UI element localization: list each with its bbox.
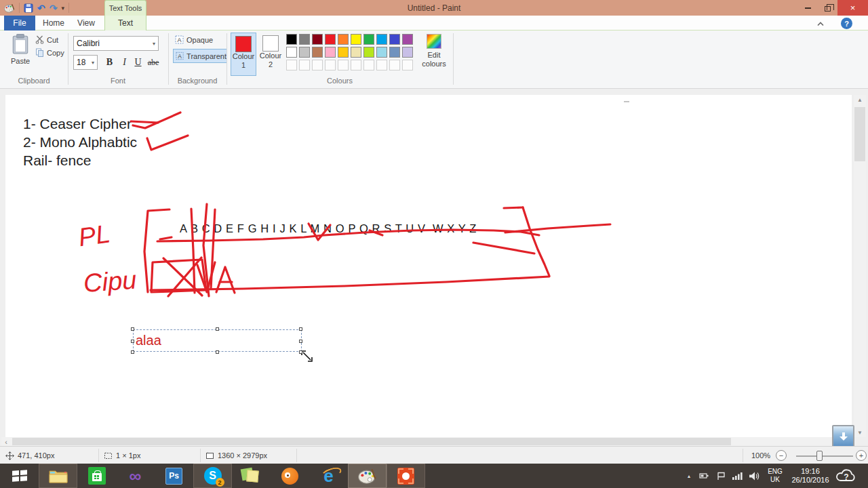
taskbar-item-internet-explorer[interactable]: e [309,464,348,488]
palette-swatch[interactable] [389,34,400,45]
zoom-in-button[interactable]: + [856,447,867,464]
taskbar-item-file-explorer[interactable] [39,464,77,488]
redo-icon[interactable]: ↷ [50,3,58,13]
underline-button[interactable]: U [132,56,144,69]
palette-swatch[interactable] [363,47,374,58]
opaque-button[interactable]: A Opaque [175,35,213,44]
palette-swatch-empty[interactable] [312,60,323,70]
bold-button[interactable]: B [103,56,116,69]
save-icon[interactable] [24,3,33,13]
tray-power-icon[interactable] [697,464,712,488]
tray-volume-icon[interactable] [746,464,762,488]
taskbar-item-store[interactable] [77,464,116,488]
palette-swatch[interactable] [376,34,387,45]
palette-swatch[interactable] [338,34,349,45]
palette-swatch[interactable] [299,34,310,45]
help-button[interactable]: ? [841,18,852,29]
zoom-slider-track[interactable] [796,455,853,457]
palette-swatch-empty[interactable] [351,60,361,70]
taskbar-item-avast[interactable] [271,464,309,488]
tray-expand-button[interactable]: ▲ [682,464,696,488]
vertical-scrollbar-thumb[interactable] [854,107,865,161]
italic-button[interactable]: I [118,56,131,69]
strikethrough-button[interactable]: abe [144,56,163,69]
minimize-button[interactable] [798,0,818,16]
palette-swatch[interactable] [376,47,387,58]
palette-swatch[interactable] [402,34,413,45]
close-button[interactable]: × [837,0,868,16]
palette-swatch-empty[interactable] [299,60,310,70]
taskbar-item-photoshop[interactable]: Ps [155,464,193,488]
taskbar-item-skype[interactable]: S 2 [193,464,232,488]
taskbar-item-screen-recorder[interactable] [387,464,425,488]
resize-handle-top-middle[interactable] [216,327,219,331]
palette-swatch-empty[interactable] [402,60,413,70]
taskbar-item-sticky-notes[interactable] [232,464,271,488]
palette-swatch-empty[interactable] [376,60,387,70]
tab-file[interactable]: File [4,16,35,30]
start-button[interactable] [0,464,39,488]
scroll-left-button[interactable]: ‹ [1,437,11,446]
cut-button[interactable]: Cut [35,35,58,44]
resize-handle-bottom-right[interactable] [299,350,302,354]
edit-colours-button[interactable]: Edit colours [418,33,450,68]
zoom-out-button[interactable]: − [776,447,787,464]
scroll-up-button[interactable]: ▲ [854,95,866,104]
palette-swatch[interactable] [299,47,310,58]
restore-button[interactable] [818,0,837,16]
horizontal-scrollbar[interactable]: ‹ › [1,437,852,446]
palette-swatch-empty[interactable] [286,60,297,70]
font-family-select[interactable]: Calibri ▾ [73,36,159,51]
palette-swatch[interactable] [351,47,361,58]
transparent-button[interactable]: A Transparent [173,49,227,63]
palette-swatch[interactable] [286,47,297,58]
collapse-ribbon-button[interactable] [815,19,826,28]
resize-handle-bottom-middle[interactable] [216,350,219,354]
palette-swatch[interactable] [402,47,413,58]
colour2-button[interactable]: Colour 2 [258,33,283,76]
qat-dropdown-icon[interactable]: ▾ [61,5,64,12]
resize-handle-middle-left[interactable] [131,340,134,343]
paste-button[interactable]: Paste [5,34,35,65]
palette-swatch[interactable] [325,47,336,58]
taskbar-item-visual-studio[interactable]: ∞ [116,464,155,488]
tray-cloud-help-icon[interactable]: ? [834,464,859,488]
resize-handle-top-left[interactable] [131,327,134,331]
resize-handle-bottom-left[interactable] [131,350,134,354]
scroll-down-button[interactable]: ▼ [854,428,866,437]
textbox-text[interactable]: alaa [136,333,161,348]
colour1-button[interactable]: Colour 1 [231,33,256,76]
tray-language-indicator[interactable]: ENG UK [764,464,787,488]
undo-icon[interactable]: ↶ [37,3,45,13]
drawing-canvas[interactable]: 1- Ceaser Cipher 2- Mono Alphabtic Rail-… [5,95,852,437]
scroll-to-bottom-overlay-button[interactable] [832,425,854,447]
palette-swatch-empty[interactable] [363,60,374,70]
palette-swatch[interactable] [312,34,323,45]
tray-action-center-icon[interactable] [713,464,728,488]
palette-swatch-empty[interactable] [325,60,336,70]
resize-handle-top-right[interactable] [299,327,302,331]
tab-home[interactable]: Home [38,16,69,30]
palette-swatch-empty[interactable] [389,60,400,70]
opaque-label: Opaque [186,36,213,44]
font-size-select[interactable]: 18 ▾ [73,55,98,70]
palette-swatch[interactable] [312,47,323,58]
palette-swatch-empty[interactable] [338,60,349,70]
palette-swatch[interactable] [325,34,336,45]
taskbar-item-paint[interactable] [348,464,387,488]
zoom-slider-thumb[interactable] [816,451,823,461]
canvas-textbox[interactable]: alaa [133,329,302,352]
resize-handle-middle-right[interactable] [299,340,302,343]
tray-clock[interactable]: 19:16 26/10/2016 [788,464,833,488]
palette-swatch[interactable] [363,34,374,45]
horizontal-scrollbar-thumb[interactable] [12,438,731,445]
tab-view[interactable]: View [71,16,102,30]
palette-swatch[interactable] [389,47,400,58]
palette-swatch[interactable] [286,34,297,45]
palette-swatch[interactable] [338,47,349,58]
copy-button[interactable]: Copy [35,48,64,57]
vertical-scrollbar[interactable]: ▲ ▼ [854,95,866,437]
tray-network-icon[interactable] [730,464,746,488]
tab-text[interactable]: Text [104,16,146,30]
palette-swatch[interactable] [351,34,361,45]
